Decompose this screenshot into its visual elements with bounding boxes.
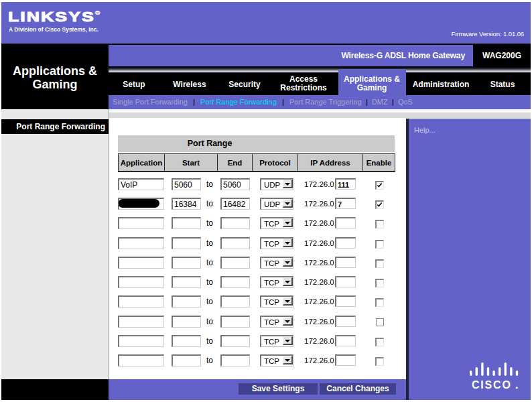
svg-text:CISCO: CISCO [472,379,512,391]
